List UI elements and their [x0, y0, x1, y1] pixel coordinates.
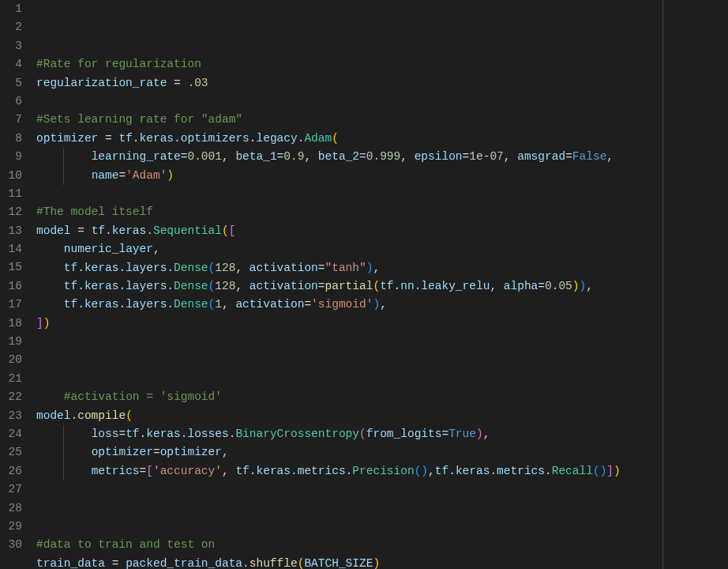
code-editor[interactable]: 1234567891011121314151617181920212223242… [0, 0, 728, 569]
token: tf [126, 428, 139, 440]
token [98, 132, 105, 145]
line-number: 18 [0, 315, 22, 333]
line-number: 17 [0, 296, 22, 314]
line-number: 26 [0, 462, 22, 480]
code-line[interactable] [36, 480, 728, 499]
code-line[interactable]: #The model itself [36, 203, 728, 221]
token: . [174, 132, 181, 145]
token: 'Adam' [126, 169, 167, 182]
token: = [105, 132, 112, 145]
token: keras [84, 298, 119, 311]
token: . [167, 262, 174, 274]
code-line[interactable]: tf.keras.layers.Dense(128, activation=pa… [36, 277, 728, 296]
line-number: 20 [0, 351, 22, 369]
token: metrics [298, 465, 346, 477]
code-line[interactable]: #activation = 'sigmoid' [36, 388, 728, 406]
token [118, 557, 126, 569]
token: = [174, 77, 181, 89]
code-line[interactable]: optimizer = tf.keras.optimizers.legacy.A… [36, 130, 728, 148]
line-number: 5 [0, 74, 22, 92]
token: ) [421, 465, 428, 477]
token: . [140, 428, 147, 440]
code-line[interactable] [36, 370, 728, 388]
token: = [118, 428, 126, 440]
token: 0.9 [283, 150, 304, 163]
token: epsilon [415, 150, 463, 163]
code-line[interactable]: model = tf.keras.Sequential([ [36, 222, 728, 240]
token: Recall [552, 465, 593, 477]
code-line[interactable]: regularization_rate = .03 [36, 74, 728, 92]
line-number: 13 [0, 222, 22, 240]
token: . [394, 280, 401, 292]
token: . [118, 262, 126, 274]
token: tf [64, 262, 77, 274]
token: , [222, 298, 235, 311]
token: activation [235, 298, 304, 311]
token: #activation = 'sigmoid' [64, 390, 222, 403]
token: , [235, 262, 249, 274]
code-line[interactable] [36, 92, 728, 111]
line-number: 30 [0, 536, 22, 554]
token: . [118, 280, 126, 292]
token: True [448, 428, 476, 440]
code-line[interactable] [36, 185, 728, 203]
code-line[interactable] [36, 333, 728, 351]
token: = [463, 150, 470, 163]
token: ] [606, 465, 614, 477]
code-line[interactable] [36, 351, 728, 369]
token: beta_1 [235, 150, 276, 163]
code-line[interactable]: loss=tf.keras.losses.BinaryCrossentropy(… [36, 425, 728, 443]
token: ) [614, 465, 621, 477]
code-line[interactable]: train_data = packed_train_data.shuffle(B… [36, 555, 728, 569]
line-number: 19 [0, 333, 22, 351]
token: , [400, 150, 414, 163]
token: keras [256, 465, 291, 477]
token: metrics [92, 465, 140, 477]
token: .03 [187, 77, 208, 89]
code-line[interactable]: #Rate for regularization [36, 55, 728, 73]
token: [ [229, 224, 236, 237]
code-line[interactable]: metrics=['accuracy', tf.keras.metrics.Pr… [36, 462, 728, 480]
token: numeric_layer [64, 243, 153, 255]
token: . [105, 224, 112, 237]
code-line[interactable] [36, 499, 728, 518]
code-line[interactable]: learning_rate=0.001, beta_1=0.9, beta_2=… [36, 148, 728, 166]
token: ( [373, 280, 380, 292]
token: = [565, 150, 572, 163]
code-line[interactable]: #Sets learning rate for "adam" [36, 111, 728, 129]
token: partial [325, 280, 373, 292]
code-line[interactable]: optimizer=optimizer, [36, 443, 728, 462]
token: #The model itself [36, 205, 153, 218]
token: tf [64, 280, 77, 292]
token: tf [92, 224, 105, 237]
token: , [153, 243, 160, 255]
token: activation [250, 262, 318, 274]
code-line[interactable]: numeric_layer, [36, 240, 728, 258]
token: BATCH_SIZE [304, 557, 373, 569]
token: tf [235, 465, 249, 477]
token: activation [250, 280, 318, 292]
line-number: 8 [0, 130, 22, 148]
token: ( [208, 298, 216, 311]
code-line[interactable]: tf.keras.layers.Dense(128, activation="t… [36, 259, 728, 277]
line-number: 7 [0, 111, 22, 129]
token: nn [400, 280, 414, 292]
token: Sequential [153, 224, 222, 237]
token: ( [208, 262, 216, 274]
code-line[interactable] [36, 518, 728, 536]
line-number: 2 [0, 18, 22, 36]
token: beta_2 [318, 150, 359, 163]
token: ) [167, 169, 174, 182]
token: ( [208, 280, 216, 292]
code-line[interactable]: #data to train and test on [36, 536, 728, 554]
token: . [133, 132, 140, 145]
token: Dense [174, 262, 208, 274]
code-line[interactable]: name='Adam') [36, 167, 728, 185]
token: Dense [174, 280, 208, 292]
code-line[interactable]: model.compile( [36, 407, 728, 425]
code-line[interactable]: ]) [36, 315, 728, 333]
code-line[interactable]: tf.keras.layers.Dense(1, activation='sig… [36, 296, 728, 314]
token: ) [43, 317, 51, 330]
token: keras [112, 224, 147, 237]
code-area[interactable]: #Rate for regularizationregularization_r… [30, 0, 728, 569]
